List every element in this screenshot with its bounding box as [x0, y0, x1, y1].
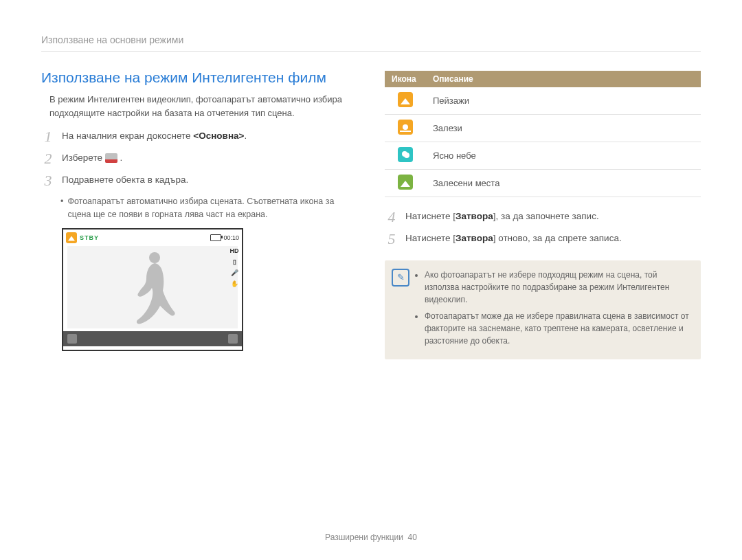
step-text: Натиснете [Затвора] отново, за да спрете… — [405, 232, 701, 247]
svg-point-0 — [149, 252, 160, 263]
table-cell-label: Пейзажи — [426, 87, 701, 115]
note-icon: ✎ — [392, 269, 409, 287]
display-canvas — [67, 246, 238, 328]
step-3-bullet: Фотоапаратът автоматично избира сцената.… — [60, 195, 357, 221]
camera-display-mock: STBY 00:10 HD ▯ — [62, 228, 243, 351]
section-heading: Използване на режим Интелигентен филм — [41, 69, 357, 86]
table-header-icon: Икона — [385, 71, 426, 87]
step-5: 5 Натиснете [Затвора] отново, за да спре… — [385, 232, 701, 247]
content-columns: Използване на режим Интелигентен филм В … — [41, 64, 701, 359]
hd-indicator: HD — [229, 247, 239, 254]
mic-indicator-icon: 🎤 — [229, 269, 239, 276]
table-row: Ясно небе — [385, 142, 701, 170]
step-number: 1 — [41, 129, 55, 144]
step-4: 4 Натиснете [Затвора], за да започнете з… — [385, 210, 701, 225]
side-indicators: HD ▯ 🎤 ✋ — [229, 247, 239, 287]
table-row: Залесени места — [385, 170, 701, 197]
step-text: Подравнете обекта в кадъра. — [62, 173, 357, 188]
sunset-icon — [398, 120, 413, 135]
left-column: Използване на режим Интелигентен филм В … — [41, 64, 357, 359]
note-item: Ако фотоапаратът не избере подходящ режи… — [425, 269, 691, 306]
step-3: 3 Подравнете обекта в кадъра. — [41, 173, 357, 188]
fps-indicator-icon: ▯ — [229, 258, 239, 265]
manual-page: Използване на основни режими Използване … — [0, 0, 742, 387]
battery-icon — [210, 234, 221, 241]
page-footer: Разширени функции 40 — [0, 533, 742, 542]
scene-icon-table: Икона Описание Пейзажи Залези — [385, 71, 701, 197]
step-text: Натиснете [Затвора], за да започнете зап… — [405, 210, 701, 225]
landscape-icon — [398, 92, 413, 107]
note-box: ✎ Ако фотоапаратът не избере подходящ ре… — [385, 260, 701, 359]
note-item: Фотоапаратът може да не избере правилнат… — [425, 310, 691, 347]
table-row: Залези — [385, 115, 701, 142]
step-number: 2 — [41, 151, 55, 166]
stab-indicator-icon: ✋ — [229, 280, 239, 287]
stby-label: STBY — [80, 234, 99, 241]
table-cell-label: Ясно небе — [426, 142, 701, 170]
table-cell-label: Залези — [426, 115, 701, 142]
step-text: На началния екран докоснете <Основна>. — [62, 129, 357, 144]
table-row: Пейзажи — [385, 87, 701, 115]
menu-button-icon — [228, 334, 238, 344]
scene-indicator-icon — [66, 232, 77, 243]
clear-sky-icon — [398, 147, 413, 162]
table-cell-label: Залесени места — [426, 170, 701, 197]
figure-silhouette-icon — [122, 249, 183, 325]
breadcrumb: Използване на основни режими — [41, 34, 701, 52]
step-text: Изберете . — [62, 151, 357, 166]
step-number: 4 — [385, 210, 398, 225]
step-number: 3 — [41, 173, 55, 188]
step-1: 1 На началния екран докоснете <Основна>. — [41, 129, 357, 144]
mode-icon — [105, 153, 117, 163]
step-number: 5 — [385, 232, 398, 247]
step-2: 2 Изберете . — [41, 151, 357, 166]
right-column: Икона Описание Пейзажи Залези — [385, 64, 701, 359]
display-bottombar — [63, 331, 242, 346]
timer-readout: 00:10 — [210, 234, 239, 241]
table-header-desc: Описание — [426, 71, 701, 87]
record-button-icon — [67, 334, 77, 344]
forest-icon — [398, 175, 413, 190]
intro-paragraph: В режим Интелигентен видеоклип, фотоапар… — [49, 93, 357, 120]
